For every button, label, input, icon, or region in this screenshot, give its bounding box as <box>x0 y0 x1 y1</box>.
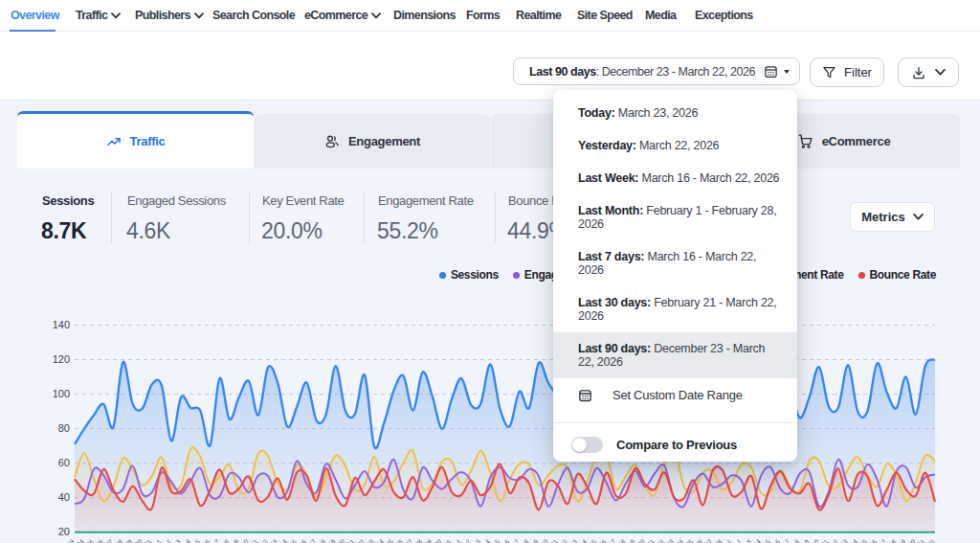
svg-text:Dec 23: Dec 23 <box>56 537 76 543</box>
svg-text:40: 40 <box>58 491 70 503</box>
svg-text:100: 100 <box>53 388 70 399</box>
svg-text:20: 20 <box>58 526 70 537</box>
svg-text:60: 60 <box>58 457 70 468</box>
svg-text:140: 140 <box>53 319 70 330</box>
svg-text:80: 80 <box>58 422 70 434</box>
svg-text:120: 120 <box>53 353 70 365</box>
